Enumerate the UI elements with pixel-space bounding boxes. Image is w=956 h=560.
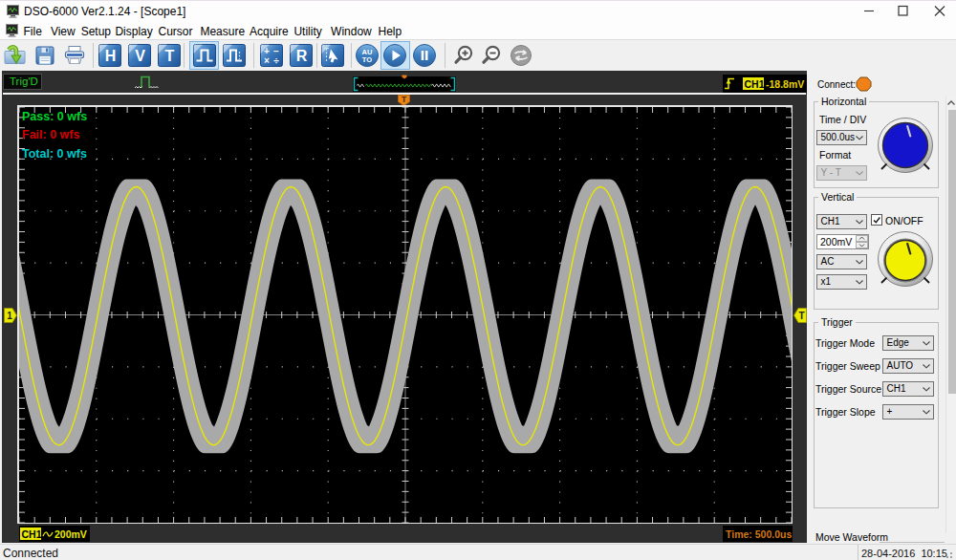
svg-text:TO: TO	[362, 55, 372, 64]
svg-text:T: T	[165, 48, 175, 64]
svg-text:1: 1	[7, 311, 12, 321]
svg-text:÷: ÷	[273, 55, 279, 66]
svg-text:V: V	[135, 48, 145, 64]
svg-text:T: T	[798, 311, 804, 321]
svg-text:×: ×	[264, 55, 270, 66]
svg-text:H: H	[105, 48, 117, 64]
svg-text:R: R	[296, 48, 308, 64]
svg-text:T: T	[402, 95, 407, 104]
